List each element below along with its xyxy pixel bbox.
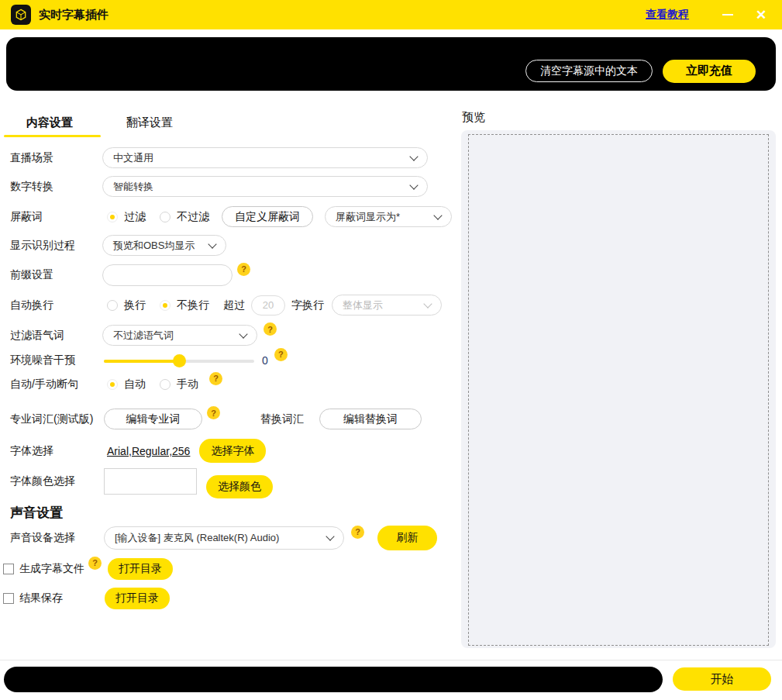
- radio-no-wrap-label[interactable]: 不换行: [177, 298, 209, 312]
- recharge-button[interactable]: 立即充值: [663, 60, 756, 83]
- font-color-label: 字体颜色选择: [10, 474, 102, 488]
- radio-auto-break-label[interactable]: 自动: [124, 378, 146, 391]
- overflow-mode-select[interactable]: 整体显示: [332, 295, 442, 316]
- subtitle-file-checkbox[interactable]: [3, 564, 14, 574]
- overflow-mode-value: 整体显示: [343, 298, 383, 312]
- help-icon[interactable]: ?: [209, 372, 222, 385]
- radio-auto-break[interactable]: [107, 379, 118, 390]
- filter-filler-label: 过滤语气词: [10, 329, 102, 343]
- help-icon[interactable]: ?: [351, 526, 364, 539]
- tab-translate-settings[interactable]: 翻译设置: [126, 116, 173, 130]
- number-convert-value: 智能转换: [113, 180, 153, 194]
- blocked-words-display-value: 屏蔽词显示为*: [336, 210, 400, 224]
- radio-no-wrap[interactable]: [160, 300, 171, 311]
- row-live-scene: 直播场景 中文通用: [10, 147, 428, 168]
- radio-no-filter-label[interactable]: 不过滤: [177, 210, 209, 224]
- cube-icon: [14, 8, 28, 22]
- number-convert-select[interactable]: 智能转换: [102, 176, 428, 197]
- subtitle-output-bar: [4, 667, 663, 692]
- pro-words-label: 专业词汇(测试版): [10, 412, 102, 426]
- help-icon[interactable]: ?: [207, 406, 220, 419]
- blocked-words-label: 屏蔽词: [10, 210, 102, 224]
- row-filter-filler: 过滤语气词 不过滤语气词 ?: [10, 325, 277, 346]
- subtitle-file-label[interactable]: 生成字幕文件: [19, 562, 84, 576]
- show-process-value: 预览和OBS均显示: [113, 239, 195, 253]
- edit-pro-words-button[interactable]: 编辑专业词: [104, 409, 202, 429]
- font-color-input[interactable]: [104, 468, 197, 495]
- help-icon[interactable]: ?: [237, 263, 250, 276]
- row-noise: 环境噪音干预 0 ?: [10, 353, 288, 367]
- wrap-suffix-label: 字换行: [291, 298, 324, 312]
- radio-wrap[interactable]: [107, 300, 118, 311]
- help-icon[interactable]: ?: [274, 348, 288, 361]
- custom-blocked-words-button[interactable]: 自定义屏蔽词: [222, 206, 313, 227]
- minimize-button[interactable]: [720, 7, 735, 22]
- filter-filler-value: 不过滤语气词: [113, 329, 174, 343]
- row-sentence-break: 自动/手动断句 自动 手动 ?: [10, 378, 222, 391]
- prefix-input[interactable]: [102, 264, 233, 286]
- top-banner: 清空字幕源中的文本 立即充值: [6, 37, 776, 91]
- chevron-down-icon: [409, 181, 418, 189]
- replace-words-label: 替换词汇: [260, 412, 304, 426]
- radio-no-filter[interactable]: [160, 212, 171, 222]
- wrap-count-input[interactable]: [251, 295, 285, 316]
- open-result-dir-button[interactable]: 打开目录: [105, 588, 170, 609]
- tutorial-link[interactable]: 查看教程: [646, 8, 689, 22]
- result-save-label[interactable]: 结果保存: [19, 591, 63, 605]
- result-save-checkbox[interactable]: [3, 593, 14, 604]
- sound-device-select[interactable]: [输入设备] 麦克风 (Realtek(R) Audio): [104, 526, 344, 550]
- chevron-down-icon: [409, 152, 418, 160]
- chevron-down-icon: [208, 240, 216, 248]
- tab-content-settings[interactable]: 内容设置: [26, 116, 73, 130]
- refresh-button[interactable]: 刷新: [377, 526, 437, 550]
- preview-dashed-frame: [468, 134, 769, 646]
- minimize-icon: [722, 14, 733, 16]
- slider-knob[interactable]: [173, 354, 186, 367]
- row-prefix: 前缀设置 ?: [10, 264, 250, 286]
- open-subtitle-dir-button[interactable]: 打开目录: [108, 558, 173, 580]
- row-show-process: 显示识别过程 预览和OBS均显示: [10, 235, 226, 256]
- noise-slider[interactable]: [104, 354, 254, 367]
- sound-settings-header: 声音设置: [10, 504, 63, 522]
- start-button[interactable]: 开始: [673, 667, 771, 691]
- live-scene-value: 中文通用: [113, 151, 153, 165]
- clear-subtitle-source-button[interactable]: 清空字幕源中的文本: [525, 60, 653, 82]
- app-title: 实时字幕插件: [39, 8, 109, 22]
- font-select-label: 字体选择: [10, 444, 102, 458]
- chevron-down-icon: [423, 299, 432, 308]
- blocked-words-display-select[interactable]: 屏蔽词显示为*: [325, 206, 452, 227]
- row-number-convert: 数字转换 智能转换: [10, 176, 428, 197]
- radio-filter[interactable]: [107, 212, 118, 222]
- live-scene-label: 直播场景: [10, 151, 102, 165]
- preview-label: 预览: [462, 110, 485, 125]
- active-tab-underline: [4, 135, 101, 137]
- titlebar: 实时字幕插件 查看教程 ✕: [0, 0, 782, 29]
- help-icon[interactable]: ?: [264, 322, 277, 336]
- choose-font-button[interactable]: 选择字体: [199, 439, 266, 463]
- row-result-save: 结果保存 打开目录: [3, 588, 170, 609]
- row-pro-words: 专业词汇(测试版) 编辑专业词 ? 替换词汇 编辑替换词: [10, 409, 422, 429]
- close-icon: ✕: [756, 7, 766, 23]
- help-icon[interactable]: ?: [88, 557, 102, 570]
- app-window: 实时字幕插件 查看教程 ✕ 清空字幕源中的文本 立即充值 内容设置 翻译设置 直…: [0, 0, 782, 700]
- preview-area: [461, 130, 776, 648]
- radio-manual-break-label[interactable]: 手动: [177, 378, 198, 391]
- radio-manual-break[interactable]: [160, 379, 171, 390]
- live-scene-select[interactable]: 中文通用: [102, 147, 428, 168]
- radio-filter-label[interactable]: 过滤: [124, 210, 146, 224]
- app-logo-icon: [11, 5, 31, 25]
- choose-color-button[interactable]: 选择颜色: [206, 475, 273, 498]
- auto-wrap-label: 自动换行: [10, 298, 102, 312]
- chevron-down-icon: [239, 329, 247, 338]
- chevron-down-icon: [433, 211, 442, 219]
- current-font-link[interactable]: Arial,Regular,256: [107, 445, 190, 457]
- sentence-break-label: 自动/手动断句: [10, 378, 102, 391]
- row-sound-device: 声音设备选择 [输入设备] 麦克风 (Realtek(R) Audio) ? 刷…: [10, 526, 437, 550]
- filter-filler-select[interactable]: 不过滤语气词: [102, 325, 257, 346]
- edit-replace-words-button[interactable]: 编辑替换词: [319, 409, 422, 429]
- show-process-select[interactable]: 预览和OBS均显示: [102, 235, 226, 256]
- chevron-down-icon: [326, 532, 334, 540]
- close-button[interactable]: ✕: [753, 6, 770, 23]
- radio-wrap-label[interactable]: 换行: [124, 298, 146, 312]
- number-convert-label: 数字转换: [10, 180, 102, 194]
